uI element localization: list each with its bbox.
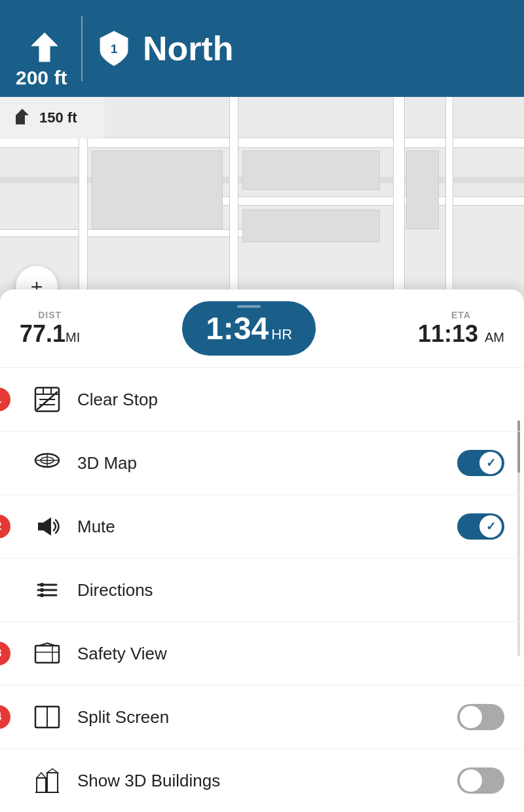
secondary-turn-icon <box>10 106 31 130</box>
menu-item-mute[interactable]: 2Mute✓ <box>0 495 524 559</box>
badge-4: 4 <box>0 705 10 729</box>
nav-secondary: 150 ft <box>0 97 105 139</box>
badge-1: 1 <box>0 388 10 411</box>
svg-marker-27 <box>37 773 46 778</box>
safety-view-label: Safety View <box>77 644 504 664</box>
eta-stat: ETA 11:13 AM <box>418 310 504 348</box>
show-3d-buildings-toggle[interactable] <box>457 767 504 794</box>
directions-icon <box>30 573 64 607</box>
map-road-vertical <box>445 97 453 293</box>
show-3d-buildings-icon <box>30 764 64 798</box>
show-3d-buildings-label: Show 3D Buildings <box>77 771 457 791</box>
distance-label: DIST <box>38 310 62 320</box>
eta-value: 11:13 AM <box>418 320 504 348</box>
svg-point-19 <box>40 588 44 592</box>
badge-2: 2 <box>0 515 10 538</box>
menu-item-directions[interactable]: Directions <box>0 559 524 622</box>
toggle-checkmark: ✓ <box>486 519 496 534</box>
map-block <box>406 151 439 229</box>
secondary-turn-distance: 150 ft <box>39 109 77 126</box>
svg-rect-26 <box>47 773 58 792</box>
svg-rect-25 <box>37 778 46 792</box>
split-screen-toggle[interactable] <box>457 704 504 730</box>
split-screen-label: Split Screen <box>77 707 457 728</box>
stats-bar: DIST 77.1MI 1:34 HR ETA 11:13 AM <box>0 289 524 368</box>
header-divider <box>81 16 83 81</box>
distance-value: 77.1MI <box>20 320 80 348</box>
svg-marker-22 <box>39 643 55 646</box>
shield-icon: 1 <box>96 30 132 67</box>
split-screen-icon <box>30 700 64 734</box>
3d-map-icon <box>30 446 64 480</box>
pill-handle <box>237 305 261 308</box>
directions-label: Directions <box>77 580 504 600</box>
menu-item-split-screen[interactable]: 4Split Screen <box>0 686 524 749</box>
mute-label: Mute <box>77 517 457 537</box>
eta-ampm: AM <box>485 330 504 344</box>
travel-time-value: 1:34 <box>206 310 269 346</box>
travel-time-unit: HR <box>271 326 292 343</box>
route-shield: 1 North <box>96 29 234 68</box>
badge-3: 3 <box>0 642 10 665</box>
eta-time: 11:13 <box>418 320 478 347</box>
menu-item-3d-map[interactable]: 3D Map✓ <box>0 432 524 495</box>
travel-time-pill[interactable]: 1:34 HR <box>182 301 316 356</box>
menu-item-show-3d-buildings[interactable]: Show 3D Buildings <box>0 749 524 812</box>
drag-handle <box>249 295 275 298</box>
map-road-vertical <box>229 97 238 293</box>
clear-stop-icon <box>30 382 64 416</box>
svg-text:1: 1 <box>111 42 118 56</box>
show-3d-buildings-toggle-knob <box>460 769 482 792</box>
3d-map-label: 3D Map <box>77 453 457 473</box>
menu-item-safety-view[interactable]: 3Safety View <box>0 622 524 686</box>
menu-item-clear-stop[interactable]: 1Clear Stop <box>0 368 524 432</box>
clear-stop-label: Clear Stop <box>77 390 504 410</box>
3d-map-toggle[interactable]: ✓ <box>457 450 504 476</box>
split-screen-toggle-knob <box>460 706 482 728</box>
main-turn-distance: 200 ft <box>16 67 67 89</box>
map-block <box>242 210 380 242</box>
map-block <box>242 151 380 190</box>
mute-icon <box>30 509 64 544</box>
svg-point-20 <box>40 593 44 597</box>
map-block <box>92 151 223 229</box>
route-name: North <box>143 29 234 68</box>
toggle-checkmark: ✓ <box>486 456 496 470</box>
distance-stat: DIST 77.1MI <box>20 310 80 348</box>
svg-marker-14 <box>38 517 51 536</box>
3d-map-toggle-knob: ✓ <box>479 452 502 474</box>
mute-toggle[interactable]: ✓ <box>457 513 504 540</box>
svg-point-18 <box>40 583 44 587</box>
distance-unit: MI <box>66 330 80 344</box>
svg-rect-21 <box>35 646 59 663</box>
safety-view-icon <box>30 637 64 671</box>
mute-toggle-knob: ✓ <box>479 515 502 538</box>
bottom-panel: DIST 77.1MI 1:34 HR ETA 11:13 AM 1Clear … <box>0 289 524 812</box>
distance-number: 77.1 <box>20 320 66 347</box>
menu-list: 1Clear Stop3D Map✓2Mute✓Directions3Safet… <box>0 368 524 812</box>
eta-label: ETA <box>451 310 471 320</box>
nav-header: 200 ft 1 North <box>0 0 524 97</box>
